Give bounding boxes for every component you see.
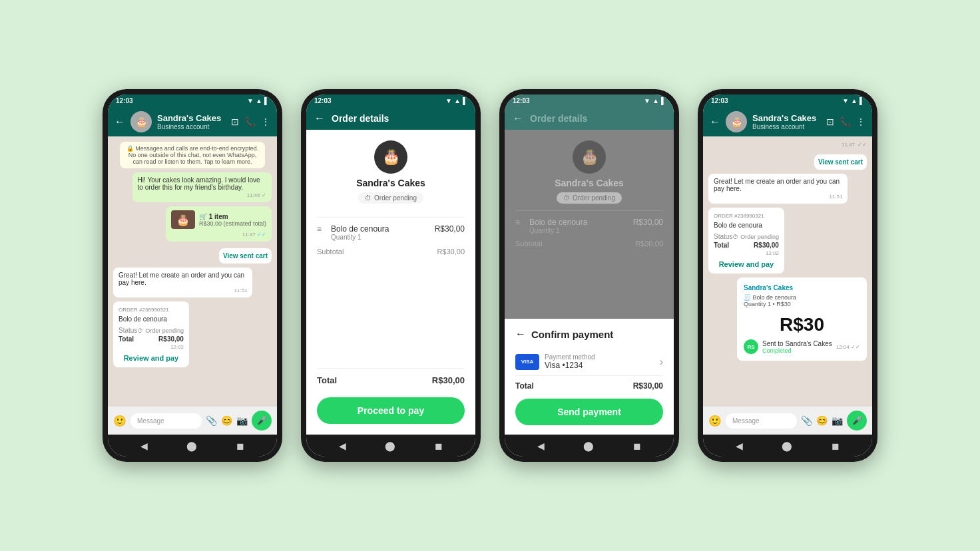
sent-time-4: 12:04 ✓✓ — [836, 344, 860, 350]
status-icons-1: ▼ ▲ ▌ — [247, 97, 269, 104]
payment-value-3: Visa •1234 — [545, 361, 595, 370]
battery-icon: ▌ — [264, 97, 269, 104]
back-icon-3[interactable]: ← — [513, 112, 523, 124]
order-item-row-2: ≡ Bolo de cenoura Quantity 1 R$30,00 — [317, 217, 465, 241]
payment-card-item-4: 🧾 Bolo de cenoura — [744, 294, 860, 301]
msg-text-4: Great! Let me create an order and you ca… — [714, 178, 842, 192]
home-nav-1[interactable]: ⬤ — [186, 441, 197, 451]
total-label-1: Total — [119, 335, 134, 343]
chat-body-4: 11:47✓✓ View sent cart Great! Let me cre… — [703, 136, 872, 407]
emoji-icon-1[interactable]: 🙂 — [113, 415, 126, 427]
status-icons-4: ▼ ▲ ▌ — [842, 97, 864, 104]
message-input-4[interactable]: Message — [726, 413, 797, 429]
sticker-icon-1[interactable]: 😊 — [221, 415, 232, 426]
seller-avatar-3: 🎂 — [573, 140, 606, 174]
header-actions-4: ⊡ 📞 ⋮ — [826, 116, 865, 127]
back-icon-2[interactable]: ← — [314, 112, 325, 124]
view-cart-4[interactable]: View sent cart — [814, 154, 867, 170]
order-item-row-3: ≡ Bolo de cenoura Quantity 1 R$30,00 — [515, 210, 663, 234]
home-nav-2[interactable]: ⬤ — [385, 441, 395, 451]
chevron-icon-3[interactable]: › — [660, 356, 663, 368]
payment-card-qty-4: Quantity 1 • R$30 — [744, 301, 860, 307]
msg-text-1: Hi! Your cakes look amazing. I would lov… — [138, 176, 266, 191]
back-nav-3[interactable]: ◀ — [537, 441, 545, 451]
menu-icon-1[interactable]: ⋮ — [261, 116, 270, 127]
status-bar-4: 12:03 ▼ ▲ ▌ — [703, 94, 872, 107]
total-row-2: Total R$30,00 — [317, 368, 465, 385]
back-icon-1[interactable]: ← — [115, 116, 125, 128]
total-value-4: R$30,00 — [754, 242, 779, 249]
recent-nav-4[interactable]: ◼ — [832, 441, 840, 451]
subtotal-value-2: R$30,00 — [437, 248, 465, 256]
home-nav-3[interactable]: ⬤ — [583, 441, 594, 451]
od-body-2: 🎂 Sandra's Cakes ⏱ Order pending ≡ Bolo … — [306, 130, 475, 435]
back-nav-1[interactable]: ◀ — [140, 441, 148, 451]
payment-label-3: Payment method — [545, 353, 595, 361]
status-bar-1: 12:03 ▼ ▲ ▌ — [108, 94, 277, 107]
menu-icon-4[interactable]: ⋮ — [856, 116, 865, 127]
video-icon-1[interactable]: ⊡ — [231, 116, 239, 127]
back-icon-4[interactable]: ← — [710, 116, 720, 128]
seller-info-2: 🎂 Sandra's Cakes ⏱ Order pending — [317, 140, 465, 210]
total-value-2: R$30,00 — [432, 375, 465, 385]
wifi-icon-2: ▲ — [454, 97, 461, 104]
msg-text-2: Great! Let me create an order and you ca… — [119, 272, 247, 286]
msg-bubble-2: Great! Let me create an order and you ca… — [113, 268, 252, 297]
mic-button-4[interactable]: 🎤 — [847, 411, 867, 431]
call-icon-4[interactable]: 📞 — [840, 116, 851, 127]
review-link-1[interactable]: Review and pay — [119, 354, 184, 362]
message-input-1[interactable]: Message — [130, 413, 202, 429]
total-value-1: R$30,00 — [158, 335, 184, 343]
recent-nav-1[interactable]: ◼ — [236, 441, 244, 451]
call-icon-1[interactable]: 📞 — [244, 116, 256, 127]
header-info-4: Sandra's Cakes Business account — [752, 113, 821, 130]
total-label-2: Total — [317, 375, 337, 385]
sticker-icon-4[interactable]: 😊 — [816, 415, 828, 426]
od-header-2: ← Order details — [306, 107, 475, 130]
list-icon-2: ≡ — [317, 224, 322, 234]
video-icon-4[interactable]: ⊡ — [826, 116, 834, 127]
order-status-badge-3: ⏱ Order pending — [557, 192, 622, 204]
payment-method-row-3[interactable]: VISA Payment method Visa •1234 › — [515, 348, 663, 376]
cart-img-1: 🎂 — [171, 210, 195, 229]
proceed-btn-2[interactable]: Proceed to pay — [317, 397, 465, 424]
seller-avatar-2: 🎂 — [374, 140, 407, 174]
nav-bar-2: ◀ ⬤ ◼ — [306, 435, 475, 457]
phone-4: 12:03 ▼ ▲ ▌ ← 🎂 Sandra's Cakes Business … — [698, 89, 877, 462]
mic-button-1[interactable]: 🎤 — [252, 411, 272, 431]
back-icon-confirm[interactable]: ← — [515, 328, 526, 340]
back-nav-2[interactable]: ◀ — [339, 441, 346, 451]
order-time-4: 12:02 — [714, 250, 779, 256]
review-link-4[interactable]: Review and pay — [714, 260, 779, 268]
emoji-icon-4[interactable]: 🙂 — [708, 415, 722, 427]
battery-icon-3: ▌ — [661, 97, 666, 104]
wa-header-1: ← 🎂 Sandra's Cakes Business account ⊡ 📞 … — [108, 107, 277, 136]
order-details-screen-2: 🎂 Sandra's Cakes ⏱ Order pending ≡ Bolo … — [306, 130, 475, 435]
status-time-4: 12:03 — [711, 97, 728, 104]
back-nav-4[interactable]: ◀ — [736, 441, 743, 451]
recent-nav-2[interactable]: ◼ — [435, 441, 443, 451]
cart-bubble-1: 🎂 🛒 1 item R$30,00 (estimated total) 11:… — [166, 206, 272, 242]
cart-price-1: R$30,00 (estimated total) — [199, 220, 266, 227]
input-bar-1: 🙂 Message 📎 😊 📷 🎤 — [108, 407, 277, 435]
attach-icon-1[interactable]: 📎 — [206, 415, 217, 426]
order-card-1: ORDER #238990321 Bolo de cenoura Status … — [113, 301, 189, 367]
completed-tag-4: Completed — [762, 347, 832, 354]
phone-2: 12:03 ▼ ▲ ▌ ← Order details 🎂 Sandra's C… — [301, 89, 481, 462]
camera-icon-4[interactable]: 📷 — [832, 415, 843, 426]
battery-icon-4: ▌ — [859, 97, 864, 104]
send-payment-btn-3[interactable]: Send payment — [515, 399, 663, 425]
subtotal-row-2: Subtotal R$30,00 — [317, 248, 465, 256]
home-nav-4[interactable]: ⬤ — [782, 441, 792, 451]
msg-time-4: 11:51 — [714, 194, 842, 200]
nav-bar-3: ◀ ⬤ ◼ — [505, 435, 674, 457]
recent-nav-3[interactable]: ◼ — [633, 441, 641, 451]
seller-name-2: Sandra's Cakes — [356, 178, 425, 188]
input-bar-4: 🙂 Message 📎 😊 📷 🎤 — [703, 407, 872, 435]
confirm-dimmed-3: 🎂 Sandra's Cakes ⏱ Order pending ≡ — [505, 130, 674, 319]
view-cart-1[interactable]: View sent cart — [219, 248, 272, 264]
msg-bubble-4: Great! Let me create an order and you ca… — [708, 174, 848, 204]
camera-icon-1[interactable]: 📷 — [236, 415, 248, 426]
attach-icon-4[interactable]: 📎 — [801, 415, 812, 426]
cart-time-1: 11:47 — [171, 232, 266, 238]
